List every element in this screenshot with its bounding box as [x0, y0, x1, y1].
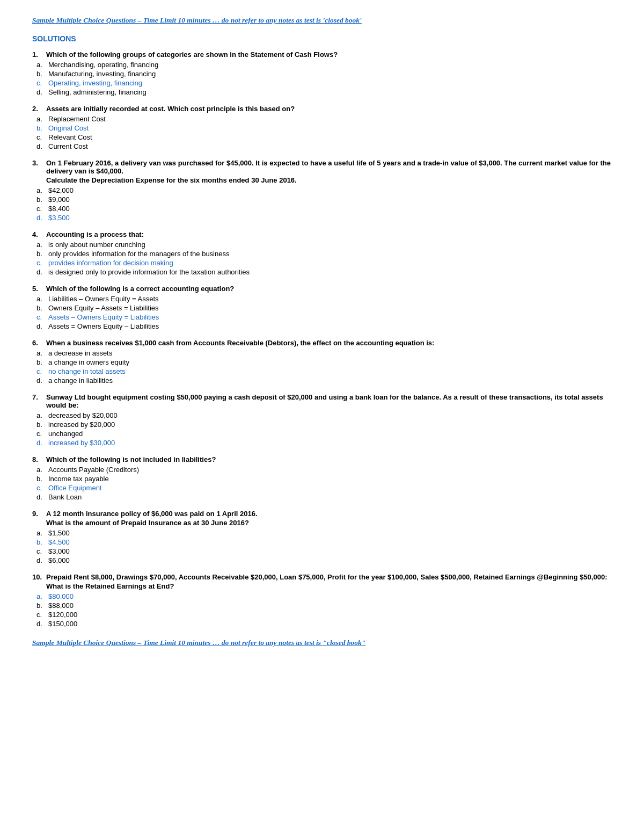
question-4-option-c: c.provides information for decision maki…: [32, 259, 612, 267]
option-label: c.: [36, 313, 45, 321]
question-2-option-b: b.Original Cost: [32, 124, 612, 132]
option-label: b.: [36, 250, 45, 258]
option-text: $120,000: [48, 611, 77, 619]
option-text: Merchandising, operating, financing: [48, 61, 158, 69]
option-label: a.: [36, 592, 45, 600]
option-text: only provides information for the manage…: [48, 250, 229, 258]
option-label: b.: [36, 70, 45, 78]
question-9-option-a: a.$1,500: [32, 529, 612, 537]
question-2-option-c: c.Relevant Cost: [32, 133, 612, 141]
question-10-body: Prepaid Rent $8,000, Drawings $70,000, A…: [46, 573, 607, 590]
question-7-option-b: b.increased by $20,000: [32, 420, 612, 429]
option-text: Assets – Owners Equity = Liabilities: [48, 313, 159, 321]
question-6-option-c: c.no change in total assets: [32, 367, 612, 375]
option-text: Original Cost: [48, 124, 89, 132]
option-text: no change in total assets: [48, 367, 126, 375]
option-text: increased by $20,000: [48, 420, 115, 429]
question-8-option-b: b.Income tax payable: [32, 475, 612, 483]
option-label: b.: [36, 475, 45, 483]
option-label: d.: [36, 268, 45, 276]
question-4-option-d: d.is designed only to provide informatio…: [32, 268, 612, 276]
option-text: Income tax payable: [48, 475, 109, 483]
question-2-text: 2.Assets are initially recorded at cost.…: [32, 105, 612, 113]
option-label: c.: [36, 79, 45, 87]
question-3-option-d: d.$3,500: [32, 214, 612, 222]
question-10-num: 10.: [32, 573, 43, 590]
option-label: a.: [36, 61, 45, 69]
question-8: 8.Which of the following is not included…: [32, 455, 612, 501]
question-4: 4.Accounting is a process that:a.is only…: [32, 230, 612, 276]
option-text: Relevant Cost: [48, 133, 92, 141]
option-label: b.: [36, 538, 45, 546]
page-header: Sample Multiple Choice Questions – Time …: [32, 16, 612, 25]
option-text: $80,000: [48, 592, 74, 600]
solutions-title: SOLUTIONS: [32, 34, 612, 43]
option-label: d.: [36, 142, 45, 150]
question-8-option-d: d.Bank Loan: [32, 493, 612, 501]
question-10-option-c: c.$120,000: [32, 611, 612, 619]
question-4-option-b: b.only provides information for the mana…: [32, 250, 612, 258]
question-9-option-c: c.$3,000: [32, 547, 612, 555]
question-6-body: When a business receives $1,000 cash fro…: [46, 339, 434, 347]
option-label: d.: [36, 214, 45, 222]
question-6: 6.When a business receives $1,000 cash f…: [32, 339, 612, 385]
question-3-num: 3.: [32, 159, 43, 184]
question-2-body: Assets are initially recorded at cost. W…: [46, 105, 295, 113]
option-label: b.: [36, 358, 45, 366]
question-9: 9.A 12 month insurance policy of $6,000 …: [32, 510, 612, 564]
question-8-text: 8.Which of the following is not included…: [32, 455, 612, 463]
question-9-num: 9.: [32, 510, 43, 527]
option-text: $150,000: [48, 620, 77, 628]
question-3-text: 3.On 1 February 2016, a delivery van was…: [32, 159, 612, 184]
question-3-option-a: a.$42,000: [32, 186, 612, 194]
question-8-option-a: a.Accounts Payable (Creditors): [32, 466, 612, 474]
question-4-text: 4.Accounting is a process that:: [32, 230, 612, 238]
question-7-option-c: c.unchanged: [32, 430, 612, 438]
question-4-num: 4.: [32, 230, 43, 238]
option-text: decreased by $20,000: [48, 411, 118, 419]
option-text: $8,400: [48, 205, 70, 213]
option-text: $3,500: [48, 214, 70, 222]
question-5-body: Which of the following is a correct acco…: [46, 285, 234, 293]
option-label: d.: [36, 493, 45, 501]
option-text: Owners Equity – Assets = Liabilities: [48, 304, 159, 312]
question-10-option-a: a.$80,000: [32, 592, 612, 600]
option-label: a.: [36, 349, 45, 357]
question-6-option-d: d.a change in liabilities: [32, 376, 612, 385]
question-5-option-c: c.Assets – Owners Equity = Liabilities: [32, 313, 612, 321]
question-7-num: 7.: [32, 393, 43, 409]
question-9-option-d: d.$6,000: [32, 556, 612, 564]
option-label: a.: [36, 241, 45, 249]
option-label: c.: [36, 205, 45, 213]
option-text: $9,000: [48, 195, 70, 204]
option-text: Current Cost: [48, 142, 88, 150]
question-1-text: 1.Which of the following groups of categ…: [32, 50, 612, 59]
option-label: d.: [36, 88, 45, 96]
option-label: b.: [36, 601, 45, 610]
question-2-num: 2.: [32, 105, 43, 113]
question-7-option-a: a.decreased by $20,000: [32, 411, 612, 419]
question-2: 2.Assets are initially recorded at cost.…: [32, 105, 612, 150]
question-7-body: Sunway Ltd bought equipment costing $50,…: [46, 393, 612, 409]
option-label: c.: [36, 133, 45, 141]
question-6-num: 6.: [32, 339, 43, 347]
option-label: b.: [36, 420, 45, 429]
question-1-num: 1.: [32, 50, 43, 59]
question-10-option-b: b.$88,000: [32, 601, 612, 610]
question-9-body: A 12 month insurance policy of $6,000 wa…: [46, 510, 258, 527]
option-text: provides information for decision making: [48, 259, 173, 267]
question-10-option-d: d.$150,000: [32, 620, 612, 628]
option-text: increased by $30,000: [48, 439, 115, 447]
question-3-option-c: c.$8,400: [32, 205, 612, 213]
option-label: a.: [36, 186, 45, 194]
option-text: $42,000: [48, 186, 74, 194]
question-5-option-d: d.Assets = Owners Equity – Liabilities: [32, 322, 612, 330]
option-label: b.: [36, 195, 45, 204]
question-8-num: 8.: [32, 455, 43, 463]
option-label: b.: [36, 304, 45, 312]
option-label: c.: [36, 430, 45, 438]
question-10: 10.Prepaid Rent $8,000, Drawings $70,000…: [32, 573, 612, 628]
question-5-text: 5.Which of the following is a correct ac…: [32, 285, 612, 293]
question-2-option-d: d.Current Cost: [32, 142, 612, 150]
option-label: c.: [36, 259, 45, 267]
